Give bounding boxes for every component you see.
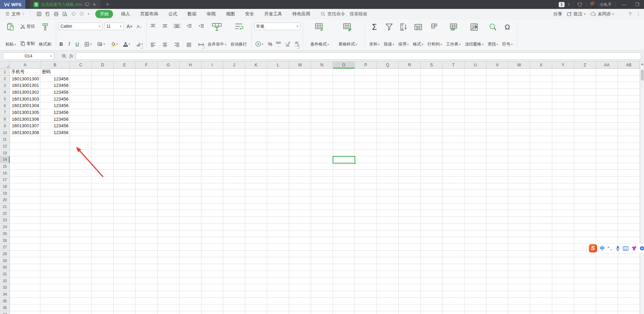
cell-G11[interactable]	[158, 136, 179, 143]
cell-M23[interactable]	[289, 217, 311, 224]
cell-R12[interactable]	[399, 143, 421, 150]
cell-V5[interactable]	[486, 96, 508, 103]
message-count-badge[interactable]: 1	[559, 2, 565, 7]
cell-T37[interactable]	[443, 311, 465, 314]
cell-AB20[interactable]	[618, 197, 640, 204]
cell-D7[interactable]	[92, 109, 114, 116]
cell-N7[interactable]	[311, 109, 333, 116]
username[interactable]: 小丸子	[599, 2, 612, 8]
cell-N5[interactable]	[311, 96, 333, 103]
font-size-combo[interactable]: 11▾	[104, 23, 124, 30]
cell-AB13[interactable]	[618, 149, 640, 156]
cell-L18[interactable]	[267, 183, 289, 190]
cell-L15[interactable]	[267, 163, 289, 170]
cell-I1[interactable]	[201, 69, 223, 76]
cell-X25[interactable]	[530, 231, 552, 237]
cell-O16[interactable]	[333, 170, 355, 176]
cell-AB34[interactable]	[618, 291, 640, 298]
cell-T24[interactable]	[443, 224, 465, 231]
cell-R7[interactable]	[399, 109, 421, 116]
row-header-10[interactable]: 10	[0, 129, 10, 136]
cell-Y1[interactable]	[552, 69, 574, 76]
cell-V18[interactable]	[486, 183, 508, 190]
cell-C14[interactable]	[70, 156, 92, 163]
cell-M21[interactable]	[289, 204, 311, 210]
cell-S12[interactable]	[421, 143, 443, 150]
cell-R34[interactable]	[399, 291, 421, 298]
cell-AA11[interactable]	[596, 136, 618, 143]
cell-H22[interactable]	[179, 210, 201, 217]
cell-A24[interactable]	[10, 224, 40, 231]
cell-O28[interactable]	[333, 251, 355, 258]
cell-M6[interactable]	[289, 102, 311, 109]
cell-E11[interactable]	[114, 136, 136, 143]
cell-Y19[interactable]	[552, 190, 574, 197]
cell-G5[interactable]	[158, 96, 179, 103]
cell-Q11[interactable]	[377, 136, 399, 143]
font-dialog-launcher[interactable]	[140, 46, 143, 49]
cell-E16[interactable]	[114, 170, 136, 176]
cell-O9[interactable]	[333, 123, 355, 130]
cell-K15[interactable]	[245, 163, 267, 170]
cell-P32[interactable]	[355, 277, 377, 284]
cell-J19[interactable]	[223, 190, 245, 197]
cell-I25[interactable]	[201, 231, 223, 237]
cell-O34[interactable]	[333, 291, 355, 298]
rows-columns-button[interactable]: 行和列▾	[425, 21, 444, 49]
cell-F36[interactable]	[136, 304, 158, 311]
cell-J8[interactable]	[223, 116, 245, 123]
cell-N28[interactable]	[311, 251, 333, 258]
cell-P19[interactable]	[355, 190, 377, 197]
cell-D27[interactable]	[92, 244, 114, 251]
cell-W35[interactable]	[508, 298, 530, 304]
file-menu[interactable]: ☰ 文件 ˅	[0, 11, 28, 17]
cell-Y27[interactable]	[552, 244, 574, 251]
cell-E19[interactable]	[114, 190, 136, 197]
cell-U30[interactable]	[465, 264, 486, 271]
cell-A3[interactable]: 16013001301	[10, 82, 40, 89]
cell-P21[interactable]	[355, 204, 377, 210]
cell-T28[interactable]	[443, 251, 465, 258]
tab-review[interactable]: 审阅	[201, 11, 221, 17]
cell-V27[interactable]	[486, 244, 508, 251]
cell-E2[interactable]	[114, 76, 136, 82]
cell-Z17[interactable]	[574, 176, 596, 183]
cell-K13[interactable]	[245, 149, 267, 156]
cell-U16[interactable]	[465, 170, 486, 176]
cell-T19[interactable]	[443, 190, 465, 197]
cell-T17[interactable]	[443, 176, 465, 183]
cell-F25[interactable]	[136, 231, 158, 237]
cell-W6[interactable]	[508, 102, 530, 109]
cell-AA32[interactable]	[596, 277, 618, 284]
cell-AA35[interactable]	[596, 298, 618, 304]
cell-R10[interactable]	[399, 129, 421, 136]
col-header-S[interactable]: S	[421, 62, 443, 69]
cell-T21[interactable]	[443, 204, 465, 210]
cell-K17[interactable]	[245, 176, 267, 183]
cell-P9[interactable]	[355, 123, 377, 130]
cell-R20[interactable]	[399, 197, 421, 204]
cell-P20[interactable]	[355, 197, 377, 204]
cell-U7[interactable]	[465, 109, 486, 116]
cell-K6[interactable]	[245, 102, 267, 109]
cell-D3[interactable]	[92, 82, 114, 89]
cell-J27[interactable]	[223, 244, 245, 251]
row-header-27[interactable]: 27	[0, 244, 10, 251]
cell-M12[interactable]	[289, 143, 311, 150]
cell-B8[interactable]: 123456	[40, 116, 70, 123]
cell-R19[interactable]	[399, 190, 421, 197]
cell-Q29[interactable]	[377, 257, 399, 264]
cell-S29[interactable]	[421, 257, 443, 264]
cell-AA16[interactable]	[596, 170, 618, 176]
row-header-32[interactable]: 32	[0, 277, 10, 284]
cell-W29[interactable]	[508, 257, 530, 264]
cell-M22[interactable]	[289, 210, 311, 217]
cell-D17[interactable]	[92, 176, 114, 183]
preview-monitor-icon[interactable]	[85, 2, 89, 6]
minimize-button[interactable]: —	[619, 2, 629, 7]
cell-P14[interactable]	[355, 156, 377, 163]
cell-O10[interactable]	[333, 129, 355, 136]
cell-H9[interactable]	[179, 123, 201, 130]
vertical-scrollbar[interactable]	[640, 62, 644, 314]
cell-O36[interactable]	[333, 304, 355, 311]
